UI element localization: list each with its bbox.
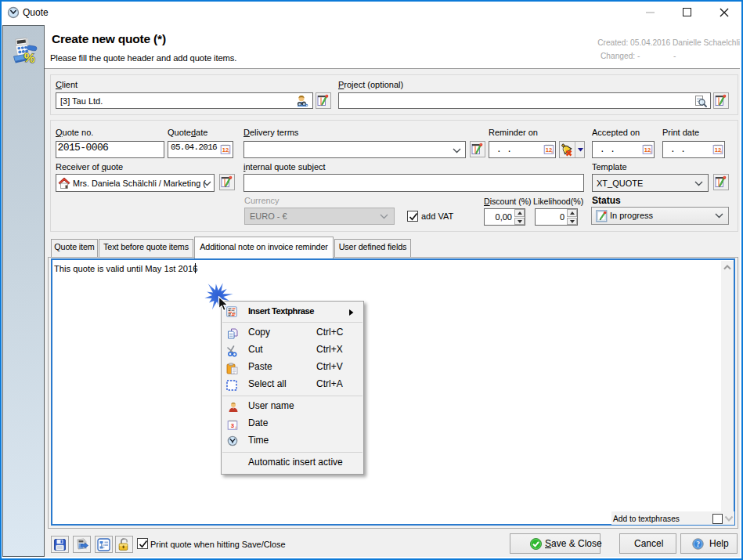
svg-text:3: 3 xyxy=(231,422,234,429)
svg-text:12: 12 xyxy=(546,146,552,154)
svg-text:12: 12 xyxy=(715,146,721,154)
svg-text:12: 12 xyxy=(644,146,651,154)
svg-text:12: 12 xyxy=(222,146,229,154)
svg-text:%: % xyxy=(23,50,36,64)
svg-text:?: ? xyxy=(696,540,700,548)
